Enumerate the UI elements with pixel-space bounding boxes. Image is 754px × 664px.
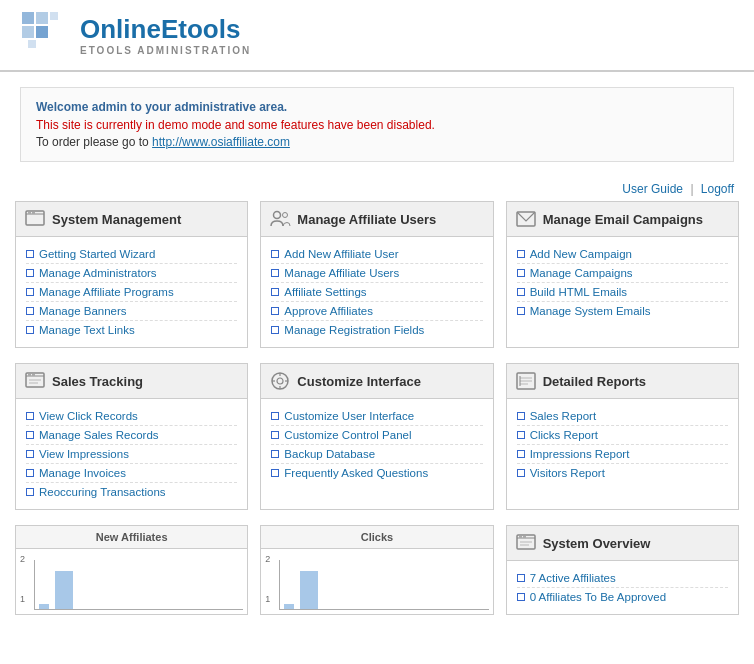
svg-point-20 <box>277 378 283 384</box>
svg-rect-33 <box>523 536 526 538</box>
bullet-icon <box>26 250 34 258</box>
logo-text: OnlineEtools ETOOLS ADMINISTRATION <box>80 14 251 56</box>
list-item[interactable]: Impressions Report <box>517 445 728 464</box>
list-item[interactable]: Getting Started Wizard <box>26 245 237 264</box>
list-item[interactable]: Build HTML Emails <box>517 283 728 302</box>
manage-affiliate-users-body: Add New Affiliate User Manage Affiliate … <box>261 237 492 347</box>
bullet-icon <box>517 288 525 296</box>
y-label-2: 2 <box>20 554 25 564</box>
bullet-icon <box>517 593 525 601</box>
y-label-1: 1 <box>20 594 25 604</box>
customize-interface-card: Customize Interface Customize User Inter… <box>260 363 493 510</box>
sales-tracking-header: Sales Tracking <box>16 364 247 399</box>
list-item[interactable]: Manage Registration Fields <box>271 321 482 339</box>
main-cards-grid-row2: Sales Tracking View Click Records Manage… <box>0 363 754 525</box>
customize-icon <box>269 370 291 392</box>
list-item[interactable]: Manage Campaigns <box>517 264 728 283</box>
bars-container <box>279 560 488 610</box>
manage-email-campaigns-header: Manage Email Campaigns <box>507 202 738 237</box>
list-item[interactable]: Manage Administrators <box>26 264 237 283</box>
bullet-icon <box>271 450 279 458</box>
list-item[interactable]: Clicks Report <box>517 426 728 445</box>
list-item[interactable]: Add New Affiliate User <box>271 245 482 264</box>
top-nav: User Guide | Logoff <box>0 177 754 201</box>
bullet-icon <box>26 288 34 296</box>
sales-tracking-title: Sales Tracking <box>52 374 143 389</box>
bullet-icon <box>26 469 34 477</box>
welcome-order: To order please go to http://www.osiaffi… <box>36 135 718 149</box>
svg-rect-3 <box>36 26 48 38</box>
logo-sub: ETOOLS ADMINISTRATION <box>80 45 251 56</box>
list-item[interactable]: Customize User Interface <box>271 407 482 426</box>
list-item[interactable]: Manage System Emails <box>517 302 728 320</box>
system-management-body: Getting Started Wizard Manage Administra… <box>16 237 247 347</box>
bullet-icon <box>271 431 279 439</box>
clicks-area: 2 1 <box>261 549 492 614</box>
detailed-reports-title: Detailed Reports <box>543 374 646 389</box>
clicks-title: Clicks <box>261 526 492 549</box>
detailed-reports-body: Sales Report Clicks Report Impressions R… <box>507 399 738 490</box>
bullet-icon <box>517 412 525 420</box>
sales-tracking-card: Sales Tracking View Click Records Manage… <box>15 363 248 510</box>
list-item[interactable]: Customize Control Panel <box>271 426 482 445</box>
system-management-title: System Management <box>52 212 181 227</box>
user-guide-link[interactable]: User Guide <box>622 182 683 196</box>
list-item[interactable]: Manage Affiliate Users <box>271 264 482 283</box>
svg-point-10 <box>274 212 281 219</box>
list-item[interactable]: Manage Text Links <box>26 321 237 339</box>
welcome-warning: This site is currently in demo mode and … <box>36 118 718 132</box>
bullet-icon <box>517 431 525 439</box>
list-item[interactable]: Sales Report <box>517 407 728 426</box>
customize-interface-title: Customize Interface <box>297 374 421 389</box>
list-item[interactable]: Frequently Asked Questions <box>271 464 482 482</box>
main-cards-grid: System Management Getting Started Wizard… <box>0 201 754 363</box>
list-item[interactable]: Add New Campaign <box>517 245 728 264</box>
list-item[interactable]: Backup Database <box>271 445 482 464</box>
header: OnlineEtools ETOOLS ADMINISTRATION <box>0 0 754 72</box>
system-overview-card: System Overview 7 Active Affiliates 0 Af… <box>506 525 739 615</box>
logo-etools: Etools <box>161 14 240 44</box>
welcome-order-link[interactable]: http://www.osiaffiliate.com <box>152 135 290 149</box>
detailed-reports-card: Detailed Reports Sales Report Clicks Rep… <box>506 363 739 510</box>
bullet-icon <box>26 326 34 334</box>
system-overview-header: System Overview <box>507 526 738 561</box>
list-item[interactable]: Approve Affiliates <box>271 302 482 321</box>
welcome-title: Welcome admin to your administrative are… <box>36 100 718 114</box>
bullet-icon <box>517 450 525 458</box>
bullet-icon <box>517 250 525 258</box>
svg-rect-1 <box>36 12 48 24</box>
logoff-link[interactable]: Logoff <box>701 182 734 196</box>
manage-affiliate-users-title: Manage Affiliate Users <box>297 212 436 227</box>
bullet-icon <box>517 574 525 582</box>
list-item[interactable]: Manage Affiliate Programs <box>26 283 237 302</box>
list-item[interactable]: View Impressions <box>26 445 237 464</box>
svg-rect-0 <box>22 12 34 24</box>
people-icon <box>269 208 291 230</box>
gear-icon <box>24 208 46 230</box>
bullet-icon <box>517 269 525 277</box>
list-item[interactable]: Visitors Report <box>517 464 728 482</box>
svg-rect-5 <box>28 40 36 48</box>
manage-email-campaigns-card: Manage Email Campaigns Add New Campaign … <box>506 201 739 348</box>
list-item[interactable]: View Click Records <box>26 407 237 426</box>
list-item[interactable]: Manage Invoices <box>26 464 237 483</box>
list-item[interactable]: Manage Sales Records <box>26 426 237 445</box>
svg-rect-16 <box>32 374 35 376</box>
tracking-icon <box>24 370 46 392</box>
logo-name: OnlineEtools <box>80 14 251 45</box>
system-overview-body: 7 Active Affiliates 0 Affiliates To Be A… <box>507 561 738 614</box>
list-item[interactable]: 7 Active Affiliates <box>517 569 728 588</box>
bullet-icon <box>26 269 34 277</box>
clicks-chart: Clicks 2 1 <box>260 525 493 615</box>
list-item[interactable]: Manage Banners <box>26 302 237 321</box>
manage-affiliate-users-card: Manage Affiliate Users Add New Affiliate… <box>260 201 493 348</box>
welcome-order-text: To order please go to <box>36 135 152 149</box>
list-item[interactable]: Reoccuring Transactions <box>26 483 237 501</box>
list-item[interactable]: Affiliate Settings <box>271 283 482 302</box>
svg-rect-2 <box>22 26 34 38</box>
new-affiliates-area: 2 1 <box>16 549 247 614</box>
system-management-header: System Management <box>16 202 247 237</box>
detailed-reports-header: Detailed Reports <box>507 364 738 399</box>
list-item[interactable]: 0 Affiliates To Be Approved <box>517 588 728 606</box>
bullet-icon <box>517 469 525 477</box>
